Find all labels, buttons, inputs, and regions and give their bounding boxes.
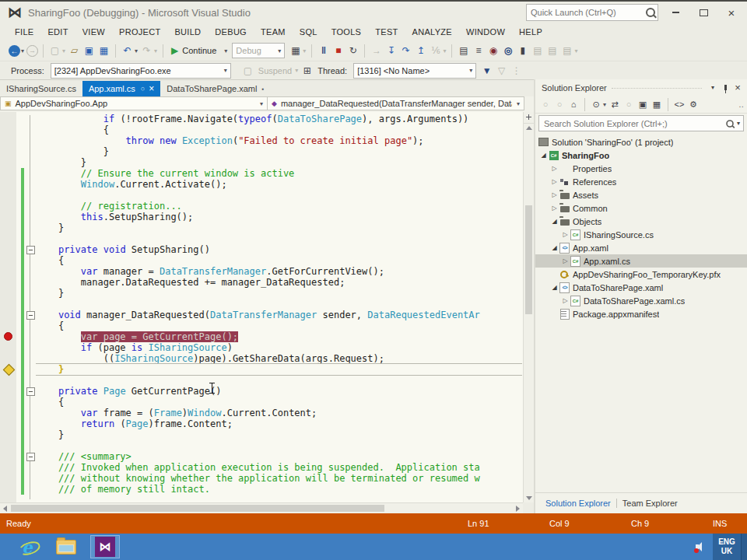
save-button[interactable]: ▣ [82, 44, 96, 58]
continue-dropdown[interactable]: ▾ [224, 47, 227, 54]
menu-build[interactable]: BUILD [167, 25, 208, 39]
collapse-arrow-icon[interactable]: ◢ [549, 218, 559, 225]
expand-arrow-icon[interactable]: ▷ [560, 297, 570, 304]
filter-threads-button[interactable]: ▼ [480, 64, 493, 77]
expand-arrow-icon[interactable]: ▷ [560, 231, 570, 238]
menu-file[interactable]: FILE [8, 25, 40, 39]
menu-sql[interactable]: SQL [293, 25, 324, 39]
speaker-icon[interactable] [694, 541, 707, 552]
se-properties-button[interactable]: ⚙ [687, 98, 700, 111]
se-back-button[interactable]: ○ [539, 98, 552, 111]
quick-launch-input[interactable] [529, 7, 646, 18]
se-scope-button[interactable]: ⊙ [590, 98, 602, 111]
menu-team[interactable]: TEAM [254, 25, 293, 39]
callstack-window-button[interactable]: ▤ [560, 44, 573, 58]
tree-item-common[interactable]: ▷Common [535, 201, 747, 215]
tree-item-app-xaml[interactable]: ◢App.xaml [535, 241, 747, 254]
menu-project[interactable]: PROJECT [112, 25, 167, 39]
tree-item-solution-sharingfoo-1-project[interactable]: Solution 'SharingFoo' (1 project) [535, 135, 747, 149]
pin-button[interactable] [719, 82, 731, 94]
suspend-icon[interactable]: ▢ [241, 64, 254, 77]
tree-item-isharingsource-cs[interactable]: ▷ISharingSource.cs [535, 228, 747, 241]
breakpoint-margin[interactable] [0, 112, 16, 502]
breakpoint-settings-button[interactable]: ▦ [289, 44, 302, 58]
tree-item-datatosharepage-xaml-cs[interactable]: ▷DataToSharePage.xaml.cs [535, 294, 747, 307]
collapse-arrow-icon[interactable]: ◢ [538, 152, 549, 159]
hex-display-dropdown[interactable]: ▾ [443, 47, 446, 54]
group-threads-button[interactable]: ⋮ [510, 64, 523, 77]
scroll-right-icon[interactable] [516, 506, 520, 512]
type-dropdown[interactable]: ▣ AppDevSharingFoo.App ▾ [0, 96, 268, 110]
save-all-button[interactable]: ▦ [97, 44, 110, 58]
taskbar-ie-button[interactable]: e [12, 535, 42, 558]
language-indicator[interactable]: ENG UK [713, 534, 741, 560]
immediate-window-button[interactable]: ≡ [472, 44, 485, 58]
panel-close-button[interactable]: × [731, 82, 744, 94]
navigate-backward-button[interactable]: ← [9, 45, 20, 57]
step-into-button[interactable]: ↧ [384, 44, 398, 58]
fold-toggle-icon[interactable] [26, 311, 35, 320]
tree-item-properties[interactable]: ▷Properties [535, 162, 747, 175]
scroll-left-icon[interactable] [3, 506, 7, 512]
continue-button[interactable]: ▶Continue [171, 45, 220, 56]
memory-window-button[interactable]: ▮ [516, 44, 529, 58]
vertical-scroll-thumb[interactable] [525, 205, 532, 314]
tab-app-xaml-cs[interactable]: App.xaml.cs○× [82, 81, 160, 96]
expand-arrow-icon[interactable]: ▷ [560, 257, 570, 264]
menu-window[interactable]: WINDOW [459, 25, 512, 39]
menu-tools[interactable]: TOOLS [324, 25, 369, 39]
menu-analyze[interactable]: ANALYZE [405, 25, 459, 39]
debug-target-combo[interactable]: Debug▾ [232, 43, 285, 58]
redo-button[interactable]: ↷ [140, 44, 153, 58]
horizontal-scrollbar[interactable] [0, 502, 523, 513]
menu-help[interactable]: HELP [512, 25, 549, 39]
step-out-button[interactable]: ↥ [414, 44, 427, 58]
menu-test[interactable]: TEST [368, 25, 405, 39]
breakpoint-dot[interactable] [4, 332, 12, 341]
tree-item-appdevsharingfoo-temporarykey-pfx[interactable]: AppDevSharingFoo_TemporaryKey.pfx [535, 268, 747, 281]
output-window-button[interactable]: ▤ [457, 44, 470, 58]
suspend-dropdown[interactable]: ▾ [295, 67, 298, 74]
menu-edit[interactable]: EDIT [40, 25, 75, 39]
stop-button[interactable]: ■ [331, 44, 345, 58]
undo-dropdown[interactable]: ▾ [135, 47, 138, 54]
tree-item-objects[interactable]: ◢Objects [535, 215, 747, 228]
navigate-backward-dropdown[interactable]: ▾ [21, 47, 24, 54]
breakpoint-settings-dropdown[interactable]: ▾ [303, 47, 306, 54]
split-editor-button[interactable] [524, 112, 534, 124]
se-showall-button[interactable]: ▦ [651, 98, 663, 111]
panel-menu-button[interactable]: ▾ [707, 82, 719, 94]
redo-dropdown[interactable]: ▾ [154, 47, 157, 54]
navigate-forward-button[interactable]: → [26, 45, 38, 57]
scroll-up-icon[interactable] [526, 126, 532, 130]
pause-button[interactable]: ‖ [317, 44, 330, 58]
se-sync-button[interactable]: ⇄ [608, 98, 621, 111]
menu-debug[interactable]: DEBUG [208, 25, 254, 39]
watch-window-button[interactable]: ▤ [531, 44, 544, 58]
flag-threads-button[interactable]: ▽ [495, 64, 508, 77]
tree-item-sharingfoo[interactable]: ◢SharingFoo [535, 149, 747, 162]
se-home-button[interactable]: ⌂ [567, 98, 580, 111]
bottom-tab-team-explorer[interactable]: Team Explorer [617, 499, 683, 508]
se-refresh-button[interactable]: ▣ [637, 98, 649, 111]
step-over-button[interactable]: ↷ [399, 44, 412, 58]
undo-button[interactable]: ↶ [121, 44, 134, 58]
expand-arrow-icon[interactable]: ▷ [549, 191, 559, 198]
tree-item-app-xaml-cs[interactable]: ▷App.xaml.cs [535, 254, 747, 268]
restart-button[interactable]: ↻ [346, 44, 359, 58]
open-file-button[interactable]: ▱ [68, 44, 81, 58]
tree-item-assets[interactable]: ▷Assets [535, 188, 747, 201]
threads-icon[interactable]: ⊞ [300, 64, 314, 77]
menu-view[interactable]: VIEW [75, 25, 112, 39]
expand-arrow-icon[interactable]: ▷ [549, 165, 559, 172]
collapse-arrow-icon[interactable]: ◢ [549, 284, 559, 291]
expand-arrow-icon[interactable]: ▷ [549, 178, 559, 185]
se-pending-button[interactable]: ○ [622, 98, 635, 111]
thread-combo[interactable]: [1316] <No Name>▾ [353, 63, 476, 79]
delete-breakpoints-button[interactable]: ◎ [501, 44, 514, 58]
tree-item-package-appxmanifest[interactable]: Package.appxmanifest [535, 307, 747, 320]
show-next-statement-button[interactable]: → [370, 44, 383, 58]
tab-datatosharepage-xaml[interactable]: DataToSharePage.xaml▪ [160, 81, 270, 96]
solution-search-box[interactable]: ▾ [538, 115, 744, 131]
collapse-arrow-icon[interactable]: ◢ [549, 244, 559, 251]
